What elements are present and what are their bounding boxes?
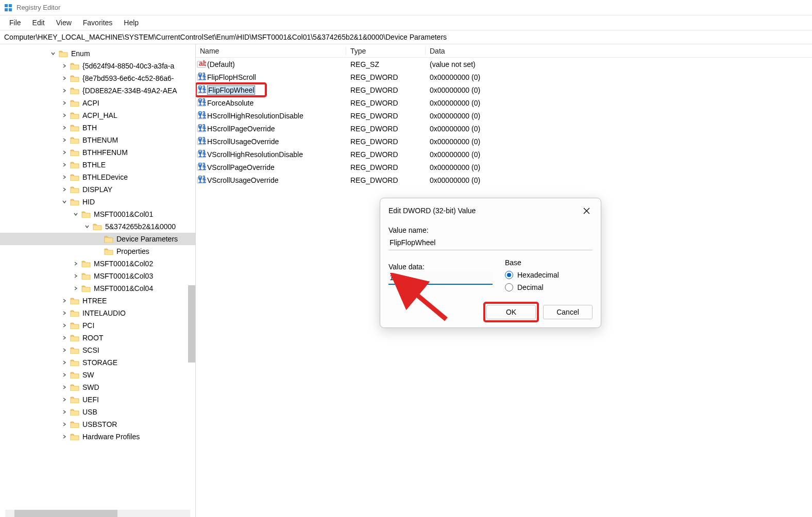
tree-expander-icon[interactable] xyxy=(72,260,79,267)
tree-item[interactable]: USB xyxy=(0,406,195,418)
tree-expander-icon[interactable] xyxy=(61,396,68,403)
tree-expander-icon[interactable] xyxy=(61,334,68,341)
tree-item[interactable]: BTH xyxy=(0,122,195,134)
tree-item[interactable]: USBSTOR xyxy=(0,418,195,430)
menu-favorites[interactable]: Favorites xyxy=(78,18,118,28)
tree-item[interactable]: Properties xyxy=(0,245,195,257)
value-row[interactable]: 011 110 HScrollPageOverrideREG_DWORD0x00… xyxy=(196,122,812,135)
col-header-type[interactable]: Type xyxy=(346,47,426,55)
ok-button[interactable]: OK xyxy=(486,305,536,319)
tree-expander-icon[interactable] xyxy=(61,124,68,131)
tree-expander-icon[interactable] xyxy=(61,75,68,82)
value-row[interactable]: 011 110 HScrollHighResolutionDisableREG_… xyxy=(196,109,812,122)
tree-expander-icon[interactable] xyxy=(61,408,68,416)
tree-expander-icon[interactable] xyxy=(72,285,79,292)
tree-item[interactable]: HID xyxy=(0,196,195,208)
value-row[interactable]: 011 110 FlipFlopHScrollREG_DWORD0x000000… xyxy=(196,71,812,83)
tree-item[interactable]: BTHHFENUM xyxy=(0,146,195,159)
tree-expander-icon[interactable] xyxy=(95,235,102,243)
menu-file[interactable]: File xyxy=(4,18,26,28)
tree-item[interactable]: {5d624f94-8850-40c3-a3fa-a xyxy=(0,60,195,72)
tree-item[interactable]: 5&374265b2&1&0000 xyxy=(0,220,195,233)
tree-expander-icon[interactable] xyxy=(61,359,68,366)
tree-item[interactable]: ACPI xyxy=(0,97,195,109)
tree-expander-icon[interactable] xyxy=(83,223,91,230)
tree-item[interactable]: DISPLAY xyxy=(0,183,195,196)
tree-item[interactable]: SW xyxy=(0,369,195,381)
tree-item[interactable]: MSFT0001&Col02 xyxy=(0,257,195,270)
tree-expander-icon[interactable] xyxy=(72,272,79,280)
tree-expander-icon[interactable] xyxy=(61,384,68,391)
col-header-data[interactable]: Data xyxy=(426,47,812,55)
tree-item[interactable]: STORAGE xyxy=(0,356,195,369)
value-row[interactable]: 011 110 VScrollUsageOverrideREG_DWORD0x0… xyxy=(196,174,812,186)
menu-edit[interactable]: Edit xyxy=(27,18,50,28)
tree-item[interactable]: BTHLEDevice xyxy=(0,171,195,183)
svg-rect-1 xyxy=(9,4,12,7)
tree-expander-icon[interactable] xyxy=(61,149,68,156)
tree-expander-icon[interactable] xyxy=(61,174,68,181)
tree-item[interactable]: INTELAUDIO xyxy=(0,307,195,319)
tree-item[interactable]: MSFT0001&Col03 xyxy=(0,270,195,282)
value-type: REG_DWORD xyxy=(346,137,426,146)
tree-item-label: INTELAUDIO xyxy=(82,309,126,317)
tree-item[interactable]: {8e7bd593-6e6c-4c52-86a6- xyxy=(0,72,195,84)
tree-item[interactable]: ACPI_HAL xyxy=(0,109,195,122)
value-data: 0x00000000 (0) xyxy=(426,176,812,184)
tree-item[interactable]: Hardware Profiles xyxy=(0,430,195,443)
tree-expander-icon[interactable] xyxy=(61,322,68,329)
tree-expander-icon[interactable] xyxy=(61,136,68,144)
tree-item[interactable]: SCSI xyxy=(0,344,195,356)
tree-item[interactable]: BTHLE xyxy=(0,159,195,171)
tree-expander-icon[interactable] xyxy=(61,87,68,94)
tree-vertical-scrollbar[interactable] xyxy=(188,44,195,517)
tree-item[interactable]: MSFT0001&Col01 xyxy=(0,208,195,220)
tree-horizontal-scrollbar[interactable] xyxy=(5,510,190,517)
tree-expander-icon[interactable] xyxy=(61,309,68,317)
menu-help[interactable]: Help xyxy=(119,18,144,28)
tree-expander-icon[interactable] xyxy=(61,99,68,107)
tree-item[interactable]: SWD xyxy=(0,381,195,393)
value-type: REG_DWORD xyxy=(346,86,426,94)
cancel-button[interactable]: Cancel xyxy=(543,305,593,319)
tree-expander-icon[interactable] xyxy=(61,186,68,193)
tree-expander-icon[interactable] xyxy=(49,50,57,57)
value-data-input[interactable] xyxy=(388,271,493,285)
tree-expander-icon[interactable] xyxy=(61,112,68,119)
tree-expander-icon[interactable] xyxy=(61,421,68,428)
tree-expander-icon[interactable] xyxy=(95,248,102,255)
folder-icon xyxy=(70,347,79,354)
dialog-close-button[interactable] xyxy=(580,204,593,217)
radio-decimal[interactable]: Decimal xyxy=(505,283,593,291)
tree-expander-icon[interactable] xyxy=(61,198,68,205)
tree-item[interactable]: ROOT xyxy=(0,332,195,344)
tree-item[interactable]: UEFI xyxy=(0,393,195,406)
menu-view[interactable]: View xyxy=(51,18,77,28)
tree-item[interactable]: HTREE xyxy=(0,295,195,307)
tree-item[interactable]: MSFT0001&Col04 xyxy=(0,282,195,295)
col-header-name[interactable]: Name xyxy=(196,47,346,55)
radio-hexadecimal[interactable]: Hexadecimal xyxy=(505,271,593,279)
tree-expander-icon[interactable] xyxy=(61,371,68,378)
tree-item[interactable]: Enum xyxy=(0,47,195,60)
value-row[interactable]: ab (Default)REG_SZ(value not set) xyxy=(196,58,812,71)
value-row[interactable]: 011 110 FlipFlopWheelREG_DWORD0x00000000… xyxy=(196,83,812,96)
tree-expander-icon[interactable] xyxy=(72,211,79,218)
values-list[interactable]: ab (Default)REG_SZ(value not set) 011 11… xyxy=(196,58,812,186)
tree-item[interactable]: {DD8E82AE-334B-49A2-AEA xyxy=(0,84,195,97)
tree-item[interactable]: PCI xyxy=(0,319,195,332)
tree-item[interactable]: Device Parameters xyxy=(0,233,195,245)
value-row[interactable]: 011 110 ForceAbsoluteREG_DWORD0x00000000… xyxy=(196,96,812,109)
tree-item[interactable]: BTHENUM xyxy=(0,134,195,146)
value-row[interactable]: 011 110 VScrollPageOverrideREG_DWORD0x00… xyxy=(196,161,812,174)
addressbar[interactable]: Computer\HKEY_LOCAL_MACHINE\SYSTEM\Curre… xyxy=(0,30,812,44)
tree-expander-icon[interactable] xyxy=(61,161,68,168)
tree-expander-icon[interactable] xyxy=(61,62,68,70)
tree-expander-icon[interactable] xyxy=(61,347,68,354)
tree-expander-icon[interactable] xyxy=(61,297,68,304)
value-row[interactable]: 011 110 HScrollUsageOverrideREG_DWORD0x0… xyxy=(196,135,812,148)
value-row[interactable]: 011 110 VScrollHighResolutionDisableREG_… xyxy=(196,148,812,161)
registry-tree[interactable]: Enum {5d624f94-8850-40c3-a3fa-a {8e7bd59… xyxy=(0,44,195,443)
values-header[interactable]: Name Type Data xyxy=(196,44,812,58)
tree-expander-icon[interactable] xyxy=(61,433,68,440)
